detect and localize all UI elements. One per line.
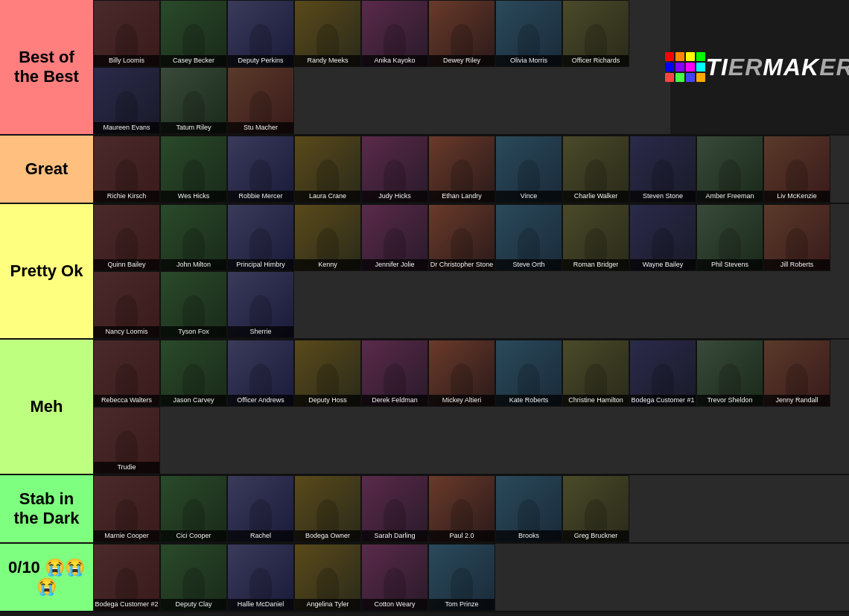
item-label: Bodega Customer #2 [94,599,159,610]
logo-color-cell [665,73,674,82]
list-item[interactable]: Jennifer Jolie [361,204,428,271]
list-item[interactable]: Olivia Morris [495,0,562,67]
tier-label-zero: 0/10 😭😭😭 [0,544,93,611]
list-item[interactable]: Hallie McDaniel [227,544,294,611]
list-item[interactable]: Vince [495,136,562,203]
list-item[interactable]: Wayne Bailey [629,204,696,271]
list-item[interactable]: Ethan Landry [428,136,495,203]
list-item[interactable]: Rachel [227,475,294,542]
list-item[interactable]: Steven Stone [629,136,696,203]
item-label: Vince [496,191,562,202]
item-label: Deputy Hoss [295,395,360,406]
list-item[interactable]: Dr Christopher Stone [428,204,495,271]
list-item[interactable]: Tom Prinze [428,544,495,611]
logo-grid-icon [665,52,705,82]
list-item[interactable]: Principal Himbry [227,204,294,271]
list-item[interactable]: Nancy Loomis [93,271,160,338]
tier-row-prettyok: Pretty OkQuinn BaileyJohn MiltonPrincipa… [0,204,849,340]
tier-row-best: Best of the BestBilly LoomisCasey Becker… [0,0,849,136]
item-label: Jill Roberts [764,259,830,270]
list-item[interactable]: Maureen Evans [93,67,160,134]
logo-color-cell [696,63,705,72]
list-item[interactable]: Robbie Mercer [227,136,294,203]
list-item[interactable]: Randy Meeks [294,0,361,67]
item-label: Angelina Tyler [295,599,360,610]
list-item[interactable]: Cotton Weary [361,544,428,611]
list-item[interactable]: Bodega Owner [294,475,361,542]
item-label: Cici Cooper [161,530,226,542]
item-label: Derek Feldman [362,395,427,406]
list-item[interactable]: Cici Cooper [160,475,227,542]
list-item[interactable]: Angelina Tyler [294,544,361,611]
item-label: Trudie [94,462,159,473]
logo-color-cell [675,52,684,61]
item-label: Dewey Riley [429,55,495,66]
list-item[interactable]: Bodega Customer #2 [93,544,160,611]
list-item[interactable]: Stu Macher [227,67,294,134]
list-item[interactable]: Derek Feldman [361,340,428,407]
logo-text: TiERMAKER [705,54,849,81]
list-item[interactable]: Quinn Bailey [93,204,160,271]
tier-label-great: Great [0,136,93,203]
logo-color-cell [696,52,705,61]
list-item[interactable]: Steve Orth [495,204,562,271]
list-item[interactable]: Rebecca Walters [93,340,160,407]
list-item[interactable]: Wes Hicks [160,136,227,203]
list-item[interactable]: Mickey Altieri [428,340,495,407]
item-label: Bodega Owner [295,530,360,542]
list-item[interactable]: Amber Freeman [696,136,763,203]
item-label: Greg Bruckner [563,530,629,542]
list-item[interactable]: Sarah Darling [361,475,428,542]
item-label: Wayne Bailey [630,259,696,270]
list-item[interactable]: Kate Roberts [495,340,562,407]
list-item[interactable]: Deputy Perkins [227,0,294,67]
list-item[interactable]: Billy Loomis [93,0,160,67]
item-label: Judy Hicks [362,191,427,202]
list-item[interactable]: Laura Crane [294,136,361,203]
tier-items-stab: Marnie CooperCici CooperRachelBodega Own… [93,475,849,542]
list-item[interactable]: Roman Bridger [562,204,629,271]
tier-label-best: Best of the Best [0,0,93,134]
tier-items-meh: Rebecca WaltersJason CarveyOfficer Andre… [93,340,849,474]
list-item[interactable]: Phil Stevens [696,204,763,271]
list-item[interactable]: Jason Carvey [160,340,227,407]
list-item[interactable]: Deputy Clay [160,544,227,611]
list-item[interactable]: Casey Becker [160,0,227,67]
list-item[interactable]: John Milton [160,204,227,271]
list-item[interactable]: Paul 2.0 [428,475,495,542]
list-item[interactable]: Christine Hamilton [562,340,629,407]
list-item[interactable]: Trevor Sheldon [696,340,763,407]
list-item[interactable]: Judy Hicks [361,136,428,203]
list-item[interactable]: Anika Kayoko [361,0,428,67]
list-item[interactable]: Tatum Riley [160,67,227,134]
item-label: Kate Roberts [496,395,562,406]
tier-items-prettyok: Quinn BaileyJohn MiltonPrincipal HimbryK… [93,204,849,338]
tier-label-meh: Meh [0,340,93,474]
list-item[interactable]: Richie Kirsch [93,136,160,203]
tier-row-zero: 0/10 😭😭😭Bodega Customer #2Deputy ClayHal… [0,544,849,612]
list-item[interactable]: Bodega Customer #1 [629,340,696,407]
list-item[interactable]: Sherrie [227,271,294,338]
item-label: Casey Becker [161,55,226,66]
logo-color-cell [686,73,695,82]
list-item[interactable]: Greg Bruckner [562,475,629,542]
list-item[interactable]: Officer Andrews [227,340,294,407]
list-item[interactable]: Trudie [93,407,160,474]
list-item[interactable]: Brooks [495,475,562,542]
item-label: Rachel [228,530,293,542]
list-item[interactable]: Officer Richards [562,0,629,67]
item-label: Jason Carvey [161,395,226,406]
logo-color-cell [686,63,695,72]
list-item[interactable]: Dewey Riley [428,0,495,67]
item-label: Paul 2.0 [429,530,495,542]
list-item[interactable]: Charlie Walker [562,136,629,203]
list-item[interactable]: Kenny [294,204,361,271]
list-item[interactable]: Liv McKenzie [763,136,830,203]
item-label: Laura Crane [295,191,360,202]
list-item[interactable]: Jill Roberts [763,204,830,271]
list-item[interactable]: Jenny Randall [763,340,830,407]
item-label: Nancy Loomis [94,326,159,337]
list-item[interactable]: Deputy Hoss [294,340,361,407]
list-item[interactable]: Marnie Cooper [93,475,160,542]
list-item[interactable]: Tyson Fox [160,271,227,338]
